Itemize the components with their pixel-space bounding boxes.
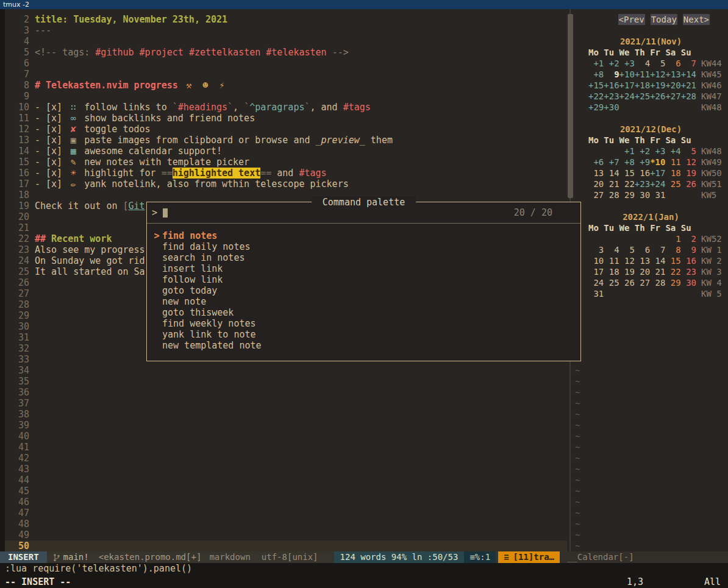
editor-line[interactable]: 18 bbox=[5, 190, 567, 200]
text-run: +1 +2 +3 bbox=[588, 58, 635, 68]
line-content: - [x] ☀ highlight for ==highlighted text… bbox=[35, 168, 327, 179]
text-run: 16 bbox=[681, 256, 696, 266]
editor-line[interactable]: 16- [x] ☀ highlight for ==highlighted te… bbox=[5, 168, 567, 179]
palette-item[interactable]: goto thisweek bbox=[147, 307, 580, 318]
text-run: ` bbox=[304, 102, 310, 113]
line-content: - [x] ▦ awesome calendar support! bbox=[35, 146, 222, 157]
editor-line[interactable]: 41 bbox=[5, 442, 567, 453]
editor-line[interactable]: 3--- bbox=[5, 25, 567, 36]
line-content: - [x] ✏ yank notelink, also from wthin t… bbox=[35, 179, 349, 190]
text-run bbox=[184, 47, 189, 58]
text-run: 9 bbox=[681, 245, 696, 255]
editor-line[interactable]: 50 bbox=[5, 540, 567, 551]
empty-buffer-line: ~ bbox=[574, 431, 728, 442]
command-line[interactable]: :lua require('telekasten').panel() bbox=[5, 563, 192, 575]
calendar-window: <PrevTodayNext>2021/11(Nov)Mo Tu We Th F… bbox=[574, 9, 728, 551]
palette-item[interactable]: follow link bbox=[147, 274, 580, 285]
editor-line[interactable]: 9 bbox=[5, 91, 567, 102]
editor-line[interactable]: 7 bbox=[5, 69, 567, 80]
palette-item[interactable]: new note bbox=[147, 296, 580, 307]
text-run: - [x] bbox=[35, 102, 68, 113]
text-run: ^paragraps bbox=[249, 102, 304, 113]
editor-line[interactable]: 39 bbox=[5, 420, 567, 431]
editor-line[interactable]: 35 bbox=[5, 376, 567, 387]
palette-item[interactable]: insert link bbox=[147, 263, 580, 274]
palette-item-label: find daily notes bbox=[162, 241, 251, 252]
calendar-week-row[interactable]: +22+23+24+25+26+27+28KW47 bbox=[574, 91, 728, 102]
text-run: 30 bbox=[681, 278, 696, 288]
editor-line[interactable]: 13- [x] ▣ paste images from clipboard or… bbox=[5, 135, 567, 146]
editor-line[interactable]: 44 bbox=[5, 475, 567, 486]
calendar-week-row[interactable]: +29+30 KW48 bbox=[574, 102, 728, 113]
text-run: 4 5 bbox=[635, 58, 666, 68]
palette-prompt-input[interactable]: > 20 / 20 bbox=[147, 207, 580, 224]
calendar-week-row[interactable]: +1 +2 +3 +4 5KW48 bbox=[574, 146, 728, 157]
editor-line[interactable]: 17- [x] ✏ yank notelink, also from wthin… bbox=[5, 179, 567, 190]
editor-line[interactable]: 15- [x] ✎ new notes with template picker bbox=[5, 157, 567, 168]
text-run: 20 21 22 bbox=[588, 179, 635, 189]
palette-item[interactable]: find daily notes bbox=[147, 241, 580, 252]
calendar-week-row[interactable]: 13 14 15 16+17 18 19KW50 bbox=[574, 168, 728, 179]
calendar-week-row[interactable]: +15+16+17+18+19+20+21KW46 bbox=[574, 80, 728, 91]
calendar-prev-button[interactable]: <Prev bbox=[618, 14, 645, 25]
text-run: title: Tuesday, November 23th, 2021 bbox=[35, 14, 227, 25]
editor-line[interactable]: 49 bbox=[5, 530, 567, 540]
calendar-next-button[interactable]: Next> bbox=[683, 14, 710, 25]
calendar-week-row[interactable]: +1 +2 +3 4 5 6 7KW44 bbox=[574, 58, 728, 69]
editor-line[interactable]: 11- [x] ∞ show backlinks and friend note… bbox=[5, 113, 567, 124]
editor-line[interactable]: 40 bbox=[5, 431, 567, 442]
scrollbar-thumb[interactable] bbox=[568, 14, 573, 198]
editor-line[interactable]: 6 bbox=[5, 58, 567, 69]
calendar-row bbox=[574, 354, 728, 365]
editor-line[interactable]: 47 bbox=[5, 508, 567, 519]
editor-line[interactable]: 42 bbox=[5, 453, 567, 464]
palette-item[interactable]: goto today bbox=[147, 285, 580, 296]
line-number: 17 bbox=[5, 179, 29, 190]
palette-item[interactable]: new templated note bbox=[147, 340, 580, 351]
calendar-week-row[interactable]: 27 28 29 30 31 KW5 bbox=[574, 190, 728, 200]
calendar-week-row[interactable]: 24 25 26 27 28 29 30KW 4 bbox=[574, 277, 728, 288]
text-run: <!-- tags: bbox=[35, 47, 95, 58]
week-number: KW48 bbox=[701, 146, 722, 156]
editor-line[interactable]: 36 bbox=[5, 387, 567, 398]
calendar-week-row[interactable]: 17 18 19 20 21 22 23KW 3 bbox=[574, 266, 728, 277]
link-icon: ∞ bbox=[68, 113, 79, 124]
editor-line[interactable]: 38 bbox=[5, 409, 567, 420]
editor-line[interactable]: 10- [x] ∷ follow links to `#headings`, `… bbox=[5, 102, 567, 113]
ruler-position: 1,3 bbox=[627, 575, 643, 588]
editor-line[interactable]: 45 bbox=[5, 486, 567, 497]
buffer-list-icon: ≡ bbox=[504, 551, 509, 563]
calendar-week-row[interactable]: 10 11 12 13 14 15 16KW 2 bbox=[574, 255, 728, 266]
editor-line[interactable]: 34 bbox=[5, 365, 567, 376]
editor-line[interactable]: 5<!-- tags: #github #project #zettelkast… bbox=[5, 47, 567, 58]
sunglasses-face-icon: ☻ bbox=[200, 80, 211, 91]
text-run: +15+16+17+18+19+20+21 bbox=[588, 80, 696, 90]
buffer-label: [11]tra… bbox=[513, 551, 554, 563]
editor-line[interactable]: 14- [x] ▦ awesome calendar support! bbox=[5, 146, 567, 157]
editor-line[interactable]: 8# Telekasten.nvim progress ⚒ ☻ ⚡ bbox=[5, 80, 567, 91]
calendar-week-row[interactable]: +6 +7 +8 +9*10 11 12KW49 bbox=[574, 157, 728, 168]
calendar-today-button[interactable]: Today bbox=[651, 14, 677, 25]
text-run: 1 bbox=[665, 234, 680, 244]
palette-item[interactable]: find weekly notes bbox=[147, 318, 580, 329]
editor-line[interactable]: 46 bbox=[5, 497, 567, 508]
text-run: and bbox=[271, 168, 299, 179]
palette-item[interactable]: search in notes bbox=[147, 252, 580, 263]
line-content: On Sunday we got rid bbox=[35, 255, 145, 266]
palette-item[interactable]: >find notes bbox=[147, 230, 580, 241]
editor-line[interactable]: 12- [x] ✘ toggle todos bbox=[5, 124, 567, 135]
editor-line[interactable]: 2title: Tuesday, November 23th, 2021 bbox=[5, 14, 567, 25]
palette-item[interactable]: yank link to note bbox=[147, 329, 580, 340]
editor-line[interactable]: 48 bbox=[5, 519, 567, 530]
editor-line[interactable]: 43 bbox=[5, 464, 567, 475]
line-number: 11 bbox=[5, 113, 29, 124]
text-run[interactable]: Git bbox=[129, 200, 145, 211]
calendar-week-row[interactable]: 3 4 5 6 7 8 9KW 1 bbox=[574, 244, 728, 255]
calendar-week-row[interactable]: +8 9+10+11+12+13+14KW45 bbox=[574, 69, 728, 80]
text-run bbox=[665, 190, 696, 200]
calendar-week-row[interactable]: 1 2KW52 bbox=[574, 233, 728, 244]
calendar-week-row[interactable]: 31 KW 5 bbox=[574, 288, 728, 299]
editor-line[interactable]: 37 bbox=[5, 398, 567, 409]
editor-line[interactable]: 4 bbox=[5, 36, 567, 47]
calendar-week-row[interactable]: 20 21 22+23+24 25 26KW51 bbox=[574, 179, 728, 190]
